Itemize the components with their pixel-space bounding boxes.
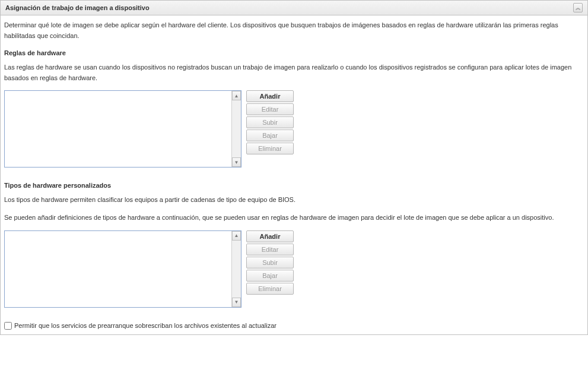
custom-hw-types-group: ▲ ▼ Añadir Editar Subir Bajar Eliminar xyxy=(4,230,584,308)
hardware-rules-group: ▲ ▼ Añadir Editar Subir Bajar Eliminar xyxy=(4,90,584,168)
panel-title: Asignación de trabajo de imagen a dispos… xyxy=(5,4,150,11)
add-button[interactable]: Añadir xyxy=(246,90,294,102)
remove-button[interactable]: Eliminar xyxy=(246,283,294,295)
remove-button[interactable]: Eliminar xyxy=(246,143,294,154)
intro-text: Determinar qué lote de imagen se debe ap… xyxy=(4,20,584,41)
edit-button[interactable]: Editar xyxy=(246,103,294,115)
overwrite-checkbox[interactable] xyxy=(4,322,12,330)
hardware-rules-buttons: Añadir Editar Subir Bajar Eliminar xyxy=(246,90,294,168)
custom-hw-types-heading: Tipos de hardware personalizados xyxy=(4,182,584,189)
up-button[interactable]: Subir xyxy=(246,257,294,268)
hardware-rules-heading: Reglas de hardware xyxy=(4,49,584,56)
custom-hw-types-list-content[interactable] xyxy=(5,231,231,307)
scroll-down-icon[interactable]: ▼ xyxy=(232,298,241,307)
scroll-up-icon[interactable]: ▲ xyxy=(232,91,241,100)
scroll-down-icon[interactable]: ▼ xyxy=(232,157,241,167)
chevron-up-icon: ︽ xyxy=(576,4,581,12)
hardware-rules-listbox[interactable]: ▲ ▼ xyxy=(4,90,241,168)
overwrite-checkbox-label[interactable]: Permitir que los servicios de prearranqu… xyxy=(14,322,276,329)
custom-hw-types-listbox[interactable]: ▲ ▼ xyxy=(4,230,241,308)
collapse-button[interactable]: ︽ xyxy=(573,3,583,12)
custom-hw-types-buttons: Añadir Editar Subir Bajar Eliminar xyxy=(246,230,294,308)
main-panel: Asignación de trabajo de imagen a dispos… xyxy=(0,0,588,335)
down-button[interactable]: Bajar xyxy=(246,129,294,141)
scroll-up-icon[interactable]: ▲ xyxy=(232,231,241,241)
custom-hw-types-scrollbar[interactable]: ▲ ▼ xyxy=(231,231,241,307)
panel-header: Asignación de trabajo de imagen a dispos… xyxy=(1,1,587,15)
down-button[interactable]: Bajar xyxy=(246,270,294,282)
hardware-rules-desc: Las reglas de hardware se usan cuando lo… xyxy=(4,62,584,83)
custom-hw-types-desc1: Los tipos de hardware permiten clasifica… xyxy=(4,195,584,206)
custom-hw-types-desc2: Se pueden añadir definiciones de tipos d… xyxy=(4,213,584,223)
overwrite-checkbox-row: Permitir que los servicios de prearranqu… xyxy=(4,322,584,330)
add-button[interactable]: Añadir xyxy=(246,230,294,242)
panel-body: Determinar qué lote de imagen se debe ap… xyxy=(1,15,587,334)
hardware-rules-scrollbar[interactable]: ▲ ▼ xyxy=(231,91,241,167)
hardware-rules-list-content[interactable] xyxy=(5,91,231,167)
up-button[interactable]: Subir xyxy=(246,116,294,128)
edit-button[interactable]: Editar xyxy=(246,244,294,255)
